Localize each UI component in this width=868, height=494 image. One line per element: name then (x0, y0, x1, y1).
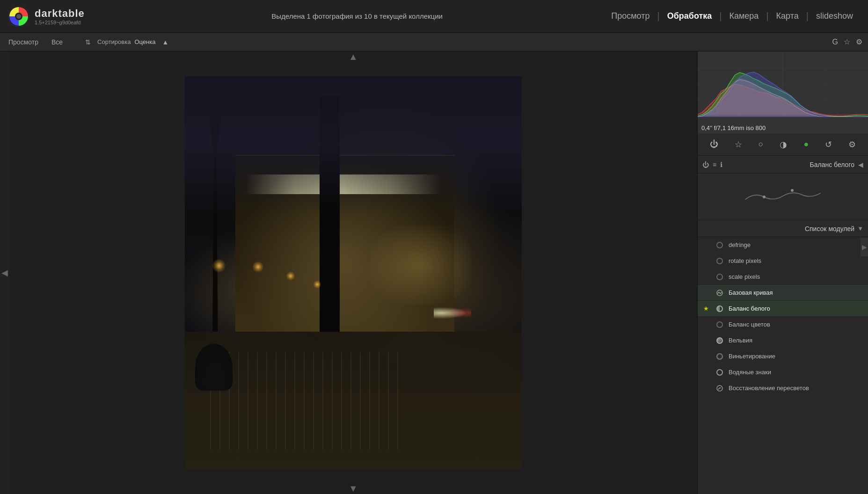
view-toggle-button[interactable]: Просмотр (6, 37, 41, 47)
module-item-label: Баланс белого (729, 305, 770, 312)
car-headlights (434, 306, 471, 320)
module-list-label: Список модулей (805, 225, 854, 232)
refresh-button[interactable]: ↺ (822, 138, 835, 152)
module-list-item[interactable]: ☆Водяные знаки (698, 364, 868, 380)
module-list-item[interactable]: ☆Базовая кривая (698, 285, 868, 301)
sort-value: Оценка (134, 38, 155, 45)
module-list-dropdown-icon[interactable]: ▼ (857, 225, 863, 232)
module-list-item[interactable]: ☆Баланс цветов (698, 317, 868, 333)
right-panel: 0,4'' f/7,1 16mm iso 800 ⏻ ☆ ○ ◑ ● ↺ ⚙ ⏻… (697, 51, 868, 494)
nav-links: Просмотр | Обработка | Камера | Карта | … (604, 8, 861, 24)
module-star-icon[interactable]: ☆ (703, 241, 709, 248)
settings-icon[interactable]: ⚙ (856, 37, 862, 46)
module-item-label: Баланс цветов (729, 321, 770, 328)
histogram-info-text: 0,4'' f/7,1 16mm iso 800 (701, 124, 766, 131)
module-star-icon[interactable]: ☆ (703, 369, 709, 376)
module-star-icon[interactable]: ☆ (703, 321, 709, 328)
right-sidebar-toggle[interactable]: ▶ (861, 238, 868, 256)
module-item-label: Восстановление пересветов (729, 385, 809, 392)
toolbar-icons-right: G ☆ ⚙ (832, 37, 862, 46)
photo-area: ▲ (9, 51, 697, 494)
sort-order-toggle[interactable]: ⇅ (82, 37, 94, 47)
wb-arrow-icon[interactable]: ◀ (858, 161, 863, 168)
power-small-icon: ⏻ (702, 161, 709, 168)
windows-glow (370, 225, 471, 304)
module-star-icon[interactable]: ☆ (703, 385, 709, 392)
nav-item-kamera[interactable]: Камера (722, 8, 766, 24)
foreground-plant (195, 344, 233, 391)
module-item-label: Водяные знаки (729, 369, 771, 376)
collection-info: Выделена 1 фотография из 10 в текущей ко… (110, 12, 604, 20)
sky-atmosphere (185, 76, 522, 214)
white-balance-row: ⏻ ≡ ℹ Баланс белого ◀ (698, 156, 868, 174)
module-circle-icon (715, 368, 724, 377)
top-navigation-bar: darktable 1.5+2159~g9d0eafd Выделена 1 ф… (0, 0, 868, 33)
module-item-label: Вельвия (729, 337, 752, 344)
histogram-area: 0,4'' f/7,1 16mm iso 800 (698, 51, 868, 133)
sort-area: ⇅ Сортировка Оценка ▲ (82, 37, 171, 47)
power-icon-button[interactable]: ⏻ (707, 138, 721, 151)
svg-point-12 (791, 189, 794, 192)
module-list-item[interactable]: ★Баланс белого (698, 301, 868, 317)
app-version: 1.5+2159~g9d0eafd (35, 20, 85, 25)
green-circle-button[interactable]: ● (801, 138, 812, 151)
right-arrow-icon: ▶ (862, 243, 867, 251)
module-item-label: defringe (729, 241, 751, 248)
secondary-toolbar: Просмотр Все ⇅ Сортировка Оценка ▲ G ☆ ⚙ (0, 33, 868, 51)
module-item-label: Виньетирование (729, 353, 775, 360)
module-list-item[interactable]: ☆Виньетирование (698, 349, 868, 364)
star-preset-button[interactable]: ☆ (732, 138, 745, 152)
module-toolbar: ⏻ ☆ ○ ◑ ● ↺ ⚙ (698, 133, 868, 156)
module-circle-icon (715, 289, 724, 297)
nav-item-obrabotka[interactable]: Обработка (660, 8, 720, 24)
module-circle-icon (715, 241, 724, 249)
main-photo-display (185, 76, 522, 469)
lamp-1 (212, 259, 226, 273)
left-arrow-icon: ◀ (1, 268, 8, 278)
curve-svg (736, 183, 830, 211)
module-item-label: scale pixels (729, 273, 760, 280)
info-icon: ℹ (720, 161, 722, 168)
star-view-icon[interactable]: ☆ (844, 37, 850, 46)
circle-button-1[interactable]: ○ (756, 138, 766, 151)
module-star-icon[interactable]: ☆ (703, 257, 709, 264)
gear-icon-button[interactable]: ⚙ (846, 138, 859, 152)
photo-nav-up-icon[interactable]: ▲ (349, 51, 358, 62)
module-list-item[interactable]: ☆Восстановление пересветов (698, 380, 868, 396)
module-star-icon[interactable]: ☆ (703, 289, 709, 296)
module-item-label: rotate pixels (729, 257, 761, 264)
svg-point-11 (763, 196, 766, 198)
lamp-4 (313, 280, 321, 289)
module-circle-icon (715, 384, 724, 392)
svg-point-2 (16, 14, 21, 19)
left-sidebar-toggle[interactable]: ◀ (0, 51, 9, 494)
main-layout: ◀ ▲ (0, 51, 868, 494)
module-list-item[interactable]: ☆scale pixels (698, 269, 868, 285)
module-list-item[interactable]: ☆Вельвия (698, 333, 868, 349)
module-list-item[interactable]: ☆rotate pixels (698, 253, 868, 269)
logo-text-area: darktable 1.5+2159~g9d0eafd (35, 7, 85, 25)
module-circle-icon (715, 273, 724, 281)
module-star-icon[interactable]: ★ (703, 305, 709, 312)
lamp-3 (286, 271, 295, 281)
nav-item-slideshow[interactable]: slideshow (809, 8, 861, 24)
module-circle-icon (715, 320, 724, 329)
module-item-label: Базовая кривая (729, 289, 773, 296)
photo-nav-down-icon[interactable]: ▼ (349, 483, 358, 494)
sort-label: Сортировка (97, 38, 131, 45)
nav-item-prosmotr[interactable]: Просмотр (604, 8, 657, 24)
nav-item-karta[interactable]: Карта (769, 8, 806, 24)
module-star-icon[interactable]: ☆ (703, 337, 709, 344)
module-star-icon[interactable]: ☆ (703, 273, 709, 280)
histogram-chart (698, 51, 868, 117)
grid-view-icon[interactable]: G (832, 38, 838, 46)
app-title: darktable (35, 7, 85, 20)
lamp-2 (252, 261, 264, 273)
half-circle-button[interactable]: ◑ (777, 138, 790, 152)
darktable-logo-icon (7, 5, 30, 28)
sort-direction-button[interactable]: ▲ (159, 37, 171, 47)
menu-icon: ≡ (713, 161, 716, 168)
all-filter-button[interactable]: Все (49, 37, 66, 47)
module-star-icon[interactable]: ☆ (703, 353, 709, 360)
module-list-item[interactable]: ☆defringe (698, 237, 868, 253)
